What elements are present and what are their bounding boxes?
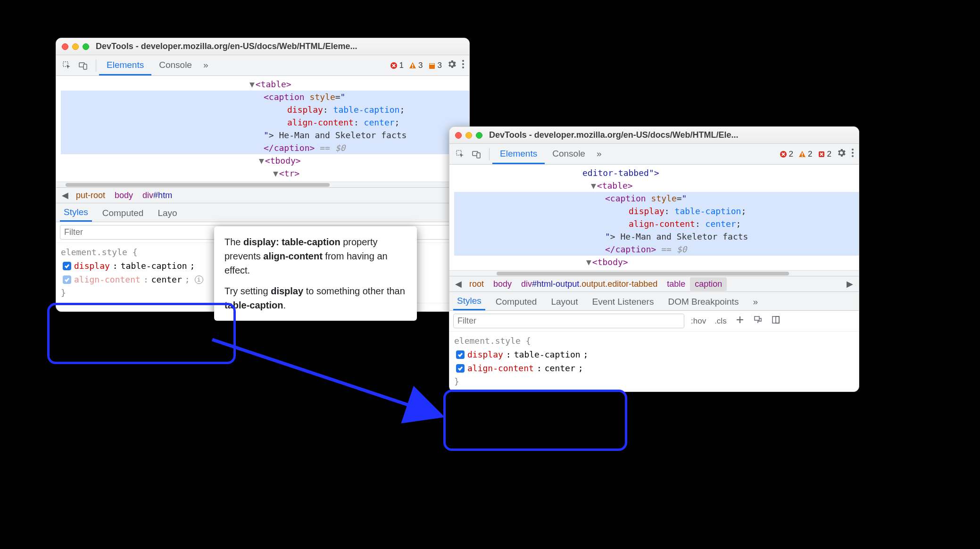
subtab-event-listeners[interactable]: Event Listeners <box>588 293 657 310</box>
minimize-window[interactable] <box>72 43 79 50</box>
close-window[interactable] <box>455 132 462 139</box>
disclosure-triangle-icon[interactable]: ▼ <box>273 168 278 178</box>
errors-badge[interactable]: 1 <box>390 61 404 70</box>
tab-elements[interactable]: Elements <box>492 144 545 164</box>
svg-point-19 <box>852 152 854 154</box>
toggle-declaration-checkbox[interactable] <box>63 275 71 284</box>
svg-point-9 <box>462 63 464 65</box>
cls-toggle[interactable]: .cls <box>713 316 729 327</box>
breadcrumb: ◀ root body div#html-output.output.edito… <box>449 276 859 292</box>
breadcrumb-item[interactable]: root <box>465 277 489 291</box>
svg-line-24 <box>212 340 439 415</box>
tabs-more[interactable]: » <box>199 55 212 75</box>
toggle-declaration-checkbox[interactable] <box>456 364 465 373</box>
svg-point-20 <box>852 155 854 157</box>
css-declaration[interactable]: display: table-caption; <box>454 348 854 362</box>
breadcrumb-item[interactable]: caption <box>690 277 727 291</box>
svg-rect-5 <box>412 67 413 68</box>
kebab-menu-icon[interactable] <box>462 59 465 72</box>
rule-selector: element.style { <box>454 334 854 348</box>
breadcrumb-back-icon[interactable]: ◀ <box>59 190 71 200</box>
issues-badge[interactable]: 3 <box>428 61 442 70</box>
svg-rect-4 <box>412 64 413 67</box>
subtabs-more[interactable]: » <box>749 293 762 310</box>
toggle-declaration-checkbox[interactable] <box>63 262 71 270</box>
breadcrumb-forward-icon[interactable]: ▶ <box>844 279 856 289</box>
device-toggle-icon[interactable] <box>77 59 89 72</box>
breadcrumb-item[interactable]: body <box>489 277 516 291</box>
horizontal-scrollbar[interactable] <box>56 182 469 187</box>
svg-rect-7 <box>430 64 434 65</box>
svg-rect-15 <box>802 153 803 155</box>
warnings-badge[interactable]: 3 <box>408 61 423 70</box>
svg-rect-23 <box>776 316 779 323</box>
paint-icon[interactable] <box>751 314 764 328</box>
breadcrumb: ◀ put-root body div#htm <box>56 187 469 203</box>
settings-icon[interactable] <box>447 59 457 72</box>
svg-point-10 <box>462 67 464 68</box>
inspect-icon[interactable] <box>61 59 73 72</box>
css-declaration[interactable]: align-content: center; <box>454 362 854 375</box>
devtools-toolbar: Elements Console » 2 2 2 <box>449 144 859 165</box>
info-icon[interactable]: i <box>195 275 203 284</box>
tab-elements[interactable]: Elements <box>99 55 151 75</box>
breadcrumb-item[interactable]: table <box>662 277 690 291</box>
computed-panel-icon[interactable] <box>769 314 782 328</box>
kebab-menu-icon[interactable] <box>851 148 854 160</box>
window-title: DevTools - developer.mozilla.org/en-US/d… <box>96 42 357 51</box>
horizontal-scrollbar[interactable] <box>449 270 859 276</box>
fullscreen-window[interactable] <box>476 132 482 139</box>
warnings-badge[interactable]: 2 <box>798 150 812 159</box>
errors-badge[interactable]: 2 <box>779 150 793 159</box>
settings-icon[interactable] <box>836 148 847 160</box>
breadcrumb-back-icon[interactable]: ◀ <box>452 279 465 289</box>
close-window[interactable] <box>62 43 68 50</box>
dom-tree[interactable]: editor-tabbed"> ▼<table> <caption style=… <box>449 165 859 270</box>
tab-console[interactable]: Console <box>151 55 199 75</box>
subtab-layout[interactable]: Layo <box>154 204 181 221</box>
styles-filter-input[interactable] <box>453 314 684 328</box>
disclosure-triangle-icon[interactable]: ▼ <box>586 257 591 267</box>
inspect-icon[interactable] <box>454 148 466 160</box>
titlebar[interactable]: DevTools - developer.mozilla.org/en-US/d… <box>56 38 469 55</box>
svg-point-18 <box>852 149 854 150</box>
disclosure-triangle-icon[interactable]: ▼ <box>249 79 255 89</box>
svg-rect-13 <box>477 153 480 158</box>
svg-point-8 <box>462 60 464 62</box>
breadcrumb-item[interactable]: div#htm <box>138 189 177 202</box>
breadcrumb-item[interactable]: div#html-output.output.editor-tabbed <box>516 277 662 291</box>
issues-badge[interactable]: 2 <box>817 150 831 159</box>
minimize-window[interactable] <box>465 132 472 139</box>
svg-rect-2 <box>83 64 87 69</box>
styles-subtabs: Styles Computed Layo <box>56 203 469 222</box>
subtab-styles[interactable]: Styles <box>453 292 485 310</box>
svg-rect-21 <box>755 316 759 320</box>
hov-toggle[interactable]: :hov <box>689 316 708 327</box>
subtab-dom-breakpoints[interactable]: DOM Breakpoints <box>664 293 742 310</box>
tab-console[interactable]: Console <box>545 144 593 164</box>
titlebar[interactable]: DevTools - developer.mozilla.org/en-US/d… <box>449 127 859 144</box>
css-hint-tooltip: The display: table-caption property prev… <box>214 226 417 321</box>
disclosure-triangle-icon[interactable]: ▼ <box>591 181 596 191</box>
window-title: DevTools - developer.mozilla.org/en-US/d… <box>489 130 738 140</box>
dom-tree[interactable]: ▼<table> <caption style=" display: table… <box>56 76 469 182</box>
devtools-toolbar: Elements Console » 1 3 3 <box>56 55 469 76</box>
subtab-layout[interactable]: Layout <box>547 293 581 310</box>
tabs-more[interactable]: » <box>593 144 606 164</box>
styles-subtabs: Styles Computed Layout Event Listeners D… <box>449 292 859 311</box>
breadcrumb-item[interactable]: put-root <box>71 189 110 202</box>
fullscreen-window[interactable] <box>83 43 89 50</box>
subtab-computed[interactable]: Computed <box>492 293 541 310</box>
new-style-rule-icon[interactable] <box>733 314 747 328</box>
styles-pane[interactable]: element.style { display: table-caption; … <box>449 332 859 391</box>
toggle-declaration-checkbox[interactable] <box>456 350 465 359</box>
disclosure-triangle-icon[interactable]: ▼ <box>259 156 264 166</box>
svg-rect-16 <box>802 156 803 157</box>
subtab-styles[interactable]: Styles <box>60 203 92 222</box>
subtab-computed[interactable]: Computed <box>99 204 148 221</box>
breadcrumb-item[interactable]: body <box>110 189 138 202</box>
device-toggle-icon[interactable] <box>470 148 482 160</box>
